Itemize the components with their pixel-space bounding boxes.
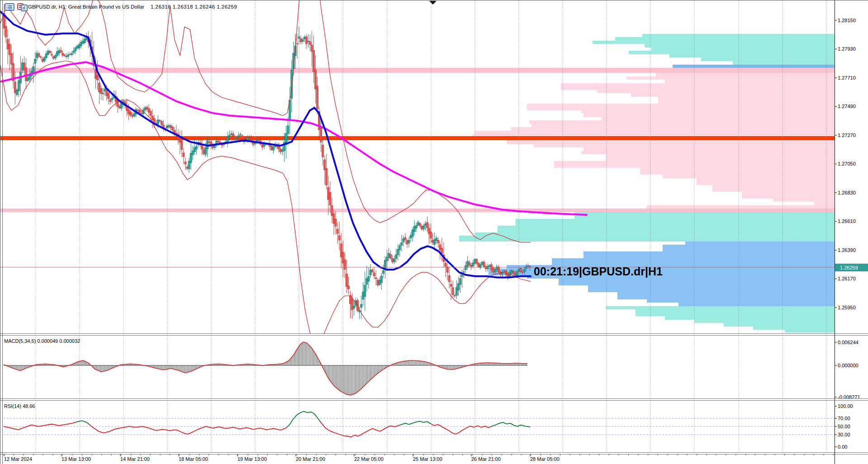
volume-profile-bar <box>606 306 835 309</box>
candlesticks <box>3 4 531 319</box>
volume-profile-bar <box>636 313 835 316</box>
volume-profile-bar <box>685 241 835 245</box>
volume-profile-bar <box>531 124 835 127</box>
chart-shift-marker-icon[interactable] <box>429 1 436 5</box>
volume-profile-bar <box>640 168 835 171</box>
volume-profile-bar <box>742 192 835 195</box>
price-axis-label: 1.26830 <box>838 190 856 196</box>
rsi-line-segment <box>431 424 491 434</box>
time-axis-label: 12 Mar 2024 <box>4 456 32 462</box>
orange-sr-line <box>0 136 835 140</box>
volume-profile-bar <box>475 232 835 236</box>
volume-profile-bar <box>606 158 835 161</box>
market-watch-icon[interactable] <box>5 3 14 11</box>
volume-profile-bar <box>475 131 835 134</box>
volume-profile-bar <box>647 205 835 208</box>
volume-profile-bar <box>593 41 835 44</box>
volume-profile-bar <box>663 175 835 178</box>
volume-profile-bar <box>640 171 835 175</box>
time-axis-label: 25 Mar 13:00 <box>413 456 442 462</box>
indicator-axis-label: 0.000000 <box>838 363 859 369</box>
volume-profile-bar <box>663 248 835 251</box>
volume-profile-bar <box>724 323 835 327</box>
volume-profile-bar <box>581 110 835 114</box>
volume-profile-bar <box>574 212 835 215</box>
price-axis-label: 1.28150 <box>838 18 856 24</box>
panel-separator[interactable] <box>0 452 868 455</box>
volume-profile-bar <box>636 309 835 313</box>
volume-profile-bar <box>581 151 835 154</box>
volume-profile-bar <box>665 80 835 83</box>
volume-profile-bar <box>574 215 835 219</box>
volume-profile-bar <box>651 47 835 51</box>
price-axis-label: 1.26170 <box>838 276 856 282</box>
price-axis-border <box>835 0 835 464</box>
volume-profile-bar <box>602 117 835 120</box>
volume-profile-bar <box>534 144 835 147</box>
volume-profile-bar <box>583 147 835 151</box>
symbol-description: GBPUSD.dr, H1: Great Britain Pound vs US… <box>28 4 144 9</box>
volume-profile-bar <box>617 292 835 296</box>
volume-profile-bar <box>656 73 835 76</box>
candle-timer-watermark: 00:21:19|GBPUSD.dr|H1 <box>534 265 663 278</box>
time-axis-label: 28 Mar 05:00 <box>530 456 560 462</box>
volume-profile-bar <box>712 188 835 192</box>
volume-profile-bar <box>629 51 835 54</box>
trading-terminal-window: GBPUSD.dr, H1: Great Britain Pound vs US… <box>0 0 868 464</box>
upper-pink-zone <box>0 68 835 73</box>
volume-profile-bar <box>617 296 835 299</box>
volume-profile-bar <box>631 93 835 97</box>
time-axis-label: 20 Mar 21:00 <box>296 456 325 462</box>
indicator-axis-label: 100.00 <box>838 403 853 409</box>
rsi-line-segment <box>400 421 431 425</box>
chart-canvas[interactable] <box>0 0 868 464</box>
time-axis-label: 13 Mar 13:00 <box>62 456 91 462</box>
volume-profile-bar <box>785 330 835 332</box>
volume-profile-bar <box>507 141 835 144</box>
rsi-line-segment <box>4 422 77 430</box>
time-axis-label: 26 Mar 21:00 <box>471 456 501 462</box>
volume-profile <box>459 34 835 332</box>
upper-blue-band <box>673 65 835 68</box>
volume-profile-bar <box>665 316 835 320</box>
indicator-axis-label: 70.00 <box>838 416 850 421</box>
price-axis-label: 1.26610 <box>838 218 856 224</box>
rsi-line-segment <box>89 424 287 434</box>
volume-profile-bar <box>645 44 835 47</box>
window-border <box>0 0 0 464</box>
volume-profile-bar <box>459 236 835 239</box>
macd-plot <box>4 342 527 395</box>
price-axis-label: 1.27710 <box>838 75 856 81</box>
volume-profile-bar <box>552 262 835 265</box>
volume-profile-bar <box>561 86 835 90</box>
volume-profile-bar <box>663 245 835 248</box>
volume-profile-bar <box>733 61 835 65</box>
volume-profile-bar <box>511 127 835 131</box>
rsi-line-segment <box>77 421 89 424</box>
price-axis[interactable]: 1.281501.279301.277101.274901.272701.270… <box>835 0 868 454</box>
volume-profile-bar <box>658 100 835 104</box>
price-axis-label: 1.27930 <box>838 46 856 52</box>
rsi-line-segment <box>287 412 320 427</box>
volume-profile-bar <box>678 303 835 306</box>
volume-profile-bar <box>588 285 835 289</box>
volume-profile-bar <box>561 83 835 86</box>
time-axis-label: 18 Mar 05:00 <box>179 456 208 462</box>
macd-signal-line <box>4 342 527 395</box>
volume-profile-bar <box>583 255 835 258</box>
panel-separator[interactable] <box>0 333 868 336</box>
bollinger-upper-line <box>0 0 531 242</box>
time-axis-label: 19 Mar 13:00 <box>237 456 267 462</box>
chart-files-icon[interactable] <box>17 3 28 11</box>
current-price-tag: 1.26259 <box>835 264 868 271</box>
volume-profile-bar <box>606 154 835 158</box>
rsi-plot <box>4 412 835 437</box>
volume-profile-bar <box>498 226 835 229</box>
indicator-axis-label: 0.006244 <box>838 340 859 346</box>
time-axis[interactable]: 12 Mar 202413 Mar 13:0014 Mar 21:0018 Ma… <box>0 454 868 464</box>
macd-indicator-label: MACD(5,34,5) 0.000049 0.000032 <box>4 338 80 344</box>
panel-separator[interactable] <box>0 398 868 401</box>
volume-profile-bar <box>552 258 835 262</box>
volume-profile-bar <box>712 185 835 188</box>
price-axis-label: 1.27490 <box>838 104 856 109</box>
